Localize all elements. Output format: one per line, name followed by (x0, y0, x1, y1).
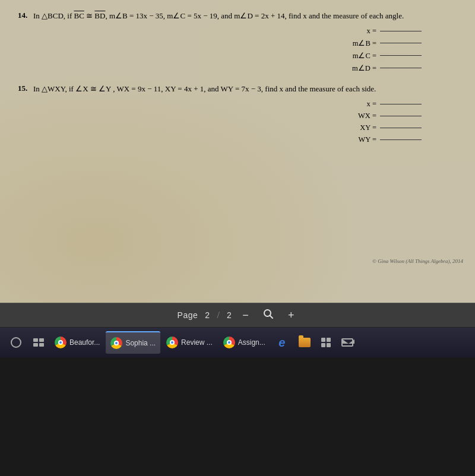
answer-blank (380, 104, 422, 104)
answer-line: WX = (344, 112, 422, 120)
edge-button[interactable]: e (271, 331, 293, 354)
answer-line: x = (344, 100, 422, 109)
answer-blank (380, 116, 422, 116)
taskview-icon (33, 338, 44, 347)
svg-line-1 (270, 315, 273, 318)
folder-icon (299, 338, 311, 347)
problem-14-number: 14. (18, 11, 31, 20)
chrome-icon (223, 337, 235, 348)
current-page: 2 (205, 310, 210, 320)
beaufor-tab[interactable]: Beaufor... (50, 331, 104, 354)
answer-line: x = (344, 27, 422, 36)
assign-label: Assign... (238, 338, 265, 347)
start-button[interactable] (5, 331, 27, 354)
answer-blank (380, 31, 422, 31)
total-pages: 2 (227, 310, 232, 320)
zoom-out-button[interactable]: − (239, 308, 252, 323)
answer-line: WY = (344, 135, 422, 144)
desktop (0, 357, 475, 476)
problem-15: 15. In △WXY, if ∠X ≅ ∠Y , WX = 9x − 11, … (18, 84, 457, 144)
answer-label: WX = (344, 112, 376, 120)
answer-label: WY = (344, 135, 376, 144)
svg-rect-5 (39, 343, 44, 347)
svg-rect-3 (39, 338, 44, 342)
answer-line: m∠B = (344, 39, 422, 48)
answer-label: m∠C = (344, 51, 376, 61)
chrome-icon (55, 337, 66, 348)
problem-15-number: 15. (18, 84, 31, 93)
svg-rect-4 (33, 343, 38, 347)
assign-tab[interactable]: Assign... (218, 331, 270, 354)
answer-label: XY = (344, 123, 376, 132)
copyright-text: © Gina Wilson (All Things Algebra), 2014 (372, 258, 463, 264)
pdf-content: 14. In △BCD, if BC ≅ BD, m∠B = 13x − 35,… (0, 0, 475, 303)
zoom-in-button[interactable]: + (284, 308, 298, 323)
sophia-label: Sophia ... (125, 339, 156, 347)
chrome-icon (110, 337, 122, 349)
problem-14-text: In △BCD, if BC ≅ BD, m∠B = 13x − 35, m∠C… (33, 11, 404, 22)
apps-button[interactable] (316, 331, 335, 354)
edge-icon: e (276, 337, 288, 348)
answer-blank (380, 55, 422, 56)
mail-button[interactable] (337, 331, 358, 354)
answer-label: x = (344, 100, 376, 109)
bd-overline: BD (94, 11, 105, 20)
sophia-tab[interactable]: Sophia ... (106, 331, 160, 354)
answer-blank (380, 128, 422, 128)
answer-label: m∠B = (344, 39, 376, 48)
answer-line: XY = (344, 123, 422, 132)
search-button[interactable] (259, 307, 277, 323)
bc-overline: BC (74, 11, 84, 20)
svg-rect-2 (33, 338, 38, 342)
answer-line: m∠C = (344, 51, 422, 61)
problem-14-answers: x = m∠B = m∠C = m∠D = (18, 27, 457, 73)
answer-label: x = (344, 27, 376, 36)
review-tab[interactable]: Review ... (162, 331, 217, 354)
taskbar: Beaufor... Sophia ... Review ... Assign.… (0, 328, 475, 357)
problem-14: 14. In △BCD, if BC ≅ BD, m∠B = 13x − 35,… (18, 11, 457, 73)
apps-icon (321, 338, 331, 347)
page-divider: / (217, 310, 220, 320)
beaufor-label: Beaufor... (69, 338, 100, 347)
page-label: Page (178, 310, 198, 320)
start-icon (11, 337, 21, 348)
folder-button[interactable] (294, 331, 315, 354)
task-view-button[interactable] (28, 331, 49, 354)
problem-15-text: In △WXY, if ∠X ≅ ∠Y , WX = 9x − 11, XY =… (33, 84, 376, 95)
answer-blank (380, 68, 422, 68)
answer-blank (380, 139, 422, 140)
mail-icon (341, 338, 353, 347)
answer-label: m∠D = (344, 64, 376, 73)
answer-line: m∠D = (344, 64, 422, 73)
pdf-toolbar: Page 2 / 2 − + (0, 303, 475, 328)
problem-15-answers: x = WX = XY = WY = (18, 100, 457, 144)
answer-blank (380, 43, 422, 43)
review-label: Review ... (181, 338, 213, 347)
chrome-icon (166, 337, 178, 348)
